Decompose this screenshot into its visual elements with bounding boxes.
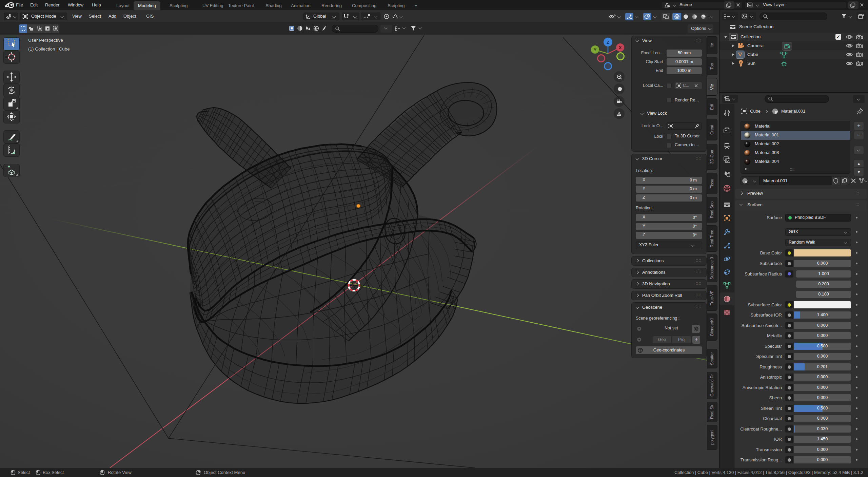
svg-text:Y: Y — [594, 47, 597, 52]
svg-text:Z: Z — [607, 40, 609, 45]
svg-text:X: X — [619, 45, 622, 50]
